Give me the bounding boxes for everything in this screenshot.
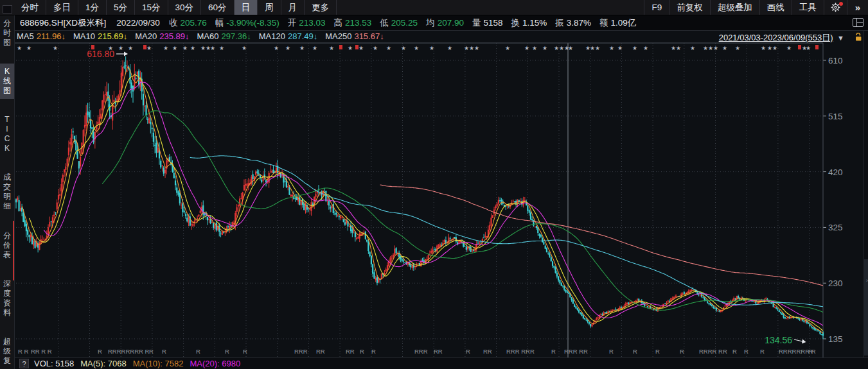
ma-legend-MA120: MA120287.49↓ — [259, 31, 317, 41]
tab-更多[interactable]: 更多 — [305, 0, 337, 15]
event-star: ★ — [299, 45, 305, 51]
event-flag — [798, 45, 801, 49]
quote-field-value: -3.90%(-8.35) — [226, 18, 279, 28]
period-tabs: 分时多日1分5分15分30分60分日周月更多 — [14, 0, 337, 15]
r-marker: RRRRRRRR R — [108, 348, 150, 355]
r-marker: R — [744, 348, 748, 355]
help-button[interactable]: ? — [19, 359, 29, 368]
event-star: ★ — [568, 45, 573, 51]
right-edge-scrollbar[interactable]: › — [864, 31, 868, 357]
scrollbar-thumb[interactable] — [864, 259, 868, 356]
quote-field-label: 幅 — [215, 18, 224, 28]
low-arrow-icon — [794, 339, 802, 341]
ma-line-MA20 — [44, 82, 823, 326]
quote-field-label: 开 — [288, 18, 297, 28]
unlock-icon[interactable] — [854, 33, 863, 42]
candlestick-chart[interactable]: 610515420325230135★★★★★★★★★★★★★★★★★★★★★★… — [15, 31, 868, 357]
date-range-selector[interactable]: 2021/03/03-2023/06/09(553日) ▼ — [719, 32, 844, 44]
ma-legend-MA10: MA10215.69↓ — [73, 31, 127, 41]
r-marker: RRRR RR — [699, 348, 727, 355]
tab-多日[interactable]: 多日 — [46, 0, 78, 15]
r-marker: RR — [434, 348, 443, 355]
volume-status-bar: ? VOL: 5158 MA(5): 7068 MA(10): 7582 MA(… — [15, 357, 868, 369]
tab-60分[interactable]: 60分 — [201, 0, 235, 15]
event-star: ★ — [632, 45, 637, 51]
ma-legend-MA60: MA60297.36↓ — [197, 31, 251, 41]
sidebar-item-char: 超 — [0, 337, 14, 347]
toolbar-spacer — [337, 0, 644, 15]
event-star: ★ — [617, 45, 623, 51]
toolbar-button-前复权[interactable]: 前复权 — [669, 0, 710, 15]
r-marker: R — [98, 348, 102, 355]
sidebar-item-分时图[interactable]: 分时图 — [0, 15, 14, 51]
event-star: ★★ — [590, 45, 600, 51]
notification-dot — [839, 2, 843, 6]
ma-label: MA5 — [17, 31, 34, 41]
tab-月[interactable]: 月 — [281, 0, 305, 15]
ma-legend-MA250: MA250315.67↓ — [325, 31, 384, 41]
quote-field-label: 均 — [426, 18, 435, 28]
quote-field-幅: 幅-3.90%(-8.35) — [215, 18, 279, 28]
sidebar-item-char: 级 — [0, 347, 14, 356]
event-star: ★★ — [767, 45, 777, 51]
kline-chart-area: MA5211.96↓MA10215.69↓MA20235.89↓MA60297.… — [15, 30, 868, 357]
event-star: ★ — [17, 45, 22, 51]
ma-label: MA250 — [325, 31, 351, 41]
sidebar-item-char: 图 — [0, 86, 14, 96]
sidebar-item-char: 表 — [0, 250, 14, 260]
quote-field-value: 1.09亿 — [611, 18, 637, 28]
event-star: ★ — [447, 45, 452, 51]
tab-1分[interactable]: 1分 — [78, 0, 107, 15]
candlestick-series — [15, 56, 824, 339]
toolbar-button-工具[interactable]: 工具 — [792, 0, 824, 15]
tab-周[interactable]: 周 — [258, 0, 281, 15]
r-marker: R R — [18, 348, 29, 355]
sidebar-marker-stripe — [13, 221, 14, 280]
toolbar-button-画线[interactable]: 画线 — [759, 0, 792, 15]
toolbar-overflow-button[interactable]: » — [847, 0, 868, 15]
r-marker: R — [808, 348, 813, 355]
event-star: ★ — [806, 45, 811, 51]
toolbar-button-F9[interactable]: F9 — [644, 0, 669, 15]
ma-value: 297.36↓ — [221, 31, 251, 41]
sidebar-item-超级复[interactable]: 超级复 — [0, 334, 14, 369]
sidebar-item-成交明细[interactable]: 成交明细 — [0, 169, 14, 214]
ma-line-MA60 — [102, 111, 823, 313]
quote-field-label: 换 — [511, 18, 520, 28]
date-range-label: 2021/03/03-2023/06/09(553日) — [719, 33, 833, 42]
tab-5分[interactable]: 5分 — [107, 0, 135, 15]
event-star: ★ — [190, 45, 195, 51]
event-star: ★ — [735, 45, 740, 51]
sidebar-item-深度资料[interactable]: 深度资料 — [0, 276, 14, 321]
tab-分时[interactable]: 分时 — [14, 0, 46, 15]
r-marker: R — [371, 348, 376, 355]
tab-30分[interactable]: 30分 — [168, 0, 202, 15]
event-star: ★ — [182, 45, 188, 51]
r-marker: R — [149, 348, 154, 355]
sidebar-item-K线图[interactable]: K线图 — [0, 64, 14, 99]
quote-field-收: 收205.76 — [169, 18, 207, 28]
quote-field-label: 高 — [334, 18, 343, 28]
sidebar-item-char: 深 — [0, 279, 14, 289]
tab-日[interactable]: 日 — [235, 0, 258, 15]
quote-field-振: 振3.87% — [555, 18, 591, 28]
r-marker: R — [466, 348, 470, 355]
sidebar-item-char: 度 — [0, 289, 14, 298]
toolbar-button-超级叠加[interactable]: 超级叠加 — [710, 0, 759, 15]
quote-field-开: 开213.03 — [288, 18, 326, 28]
r-marker: RRR RRR — [506, 348, 535, 355]
window-layout-icon[interactable] — [853, 18, 864, 27]
tab-15分[interactable]: 15分 — [135, 0, 168, 15]
quote-field-value: 205.76 — [180, 18, 206, 28]
quote-field-label: 额 — [599, 18, 608, 28]
event-star: ★ — [128, 45, 133, 51]
ma-value: 235.89↓ — [159, 31, 189, 41]
settings-button[interactable] — [824, 0, 847, 15]
sidebar-item-分价表[interactable]: 分价表 — [0, 228, 14, 263]
event-star: ★ — [242, 45, 247, 51]
event-star: ★ — [542, 45, 547, 51]
sidebar-item-TICK[interactable]: TICK — [0, 112, 14, 157]
ma-value: 211.96↓ — [37, 31, 66, 41]
quote-field-value: 213.03 — [299, 18, 325, 28]
event-star: ★ — [118, 45, 123, 51]
